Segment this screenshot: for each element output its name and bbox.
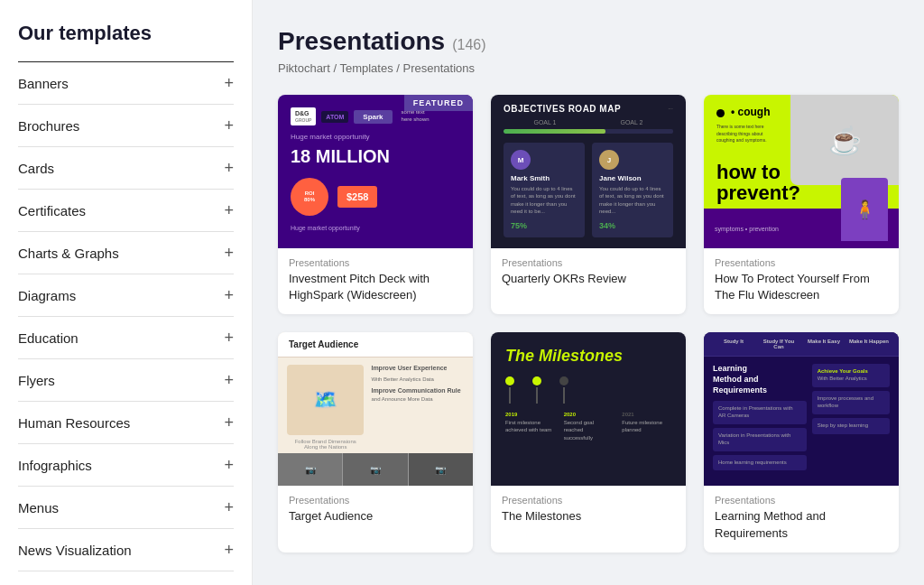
okrs-thumb: OBJECTIVES ROAD MAP ··· GOAL 1 GOAL 2: [491, 95, 686, 248]
stat-detail-2: and Announce More Data: [371, 396, 464, 404]
learning-item-1: Complete in Presentations with AR Camera…: [713, 401, 807, 424]
template-card-investment-pitch[interactable]: FEATURED D&GGROUP ATOM Spark some texthe…: [278, 95, 473, 314]
template-info-flu-prevention: Presentations How To Protect Yourself Fr…: [704, 248, 899, 314]
learning-right-item-2: Improve processes and workflow: [812, 391, 890, 414]
target-header: Target Audience: [278, 332, 473, 358]
learning-item-3: Home learning requirements: [713, 455, 807, 471]
expand-icon-flyers: +: [224, 372, 234, 388]
template-thumb-milestones: The Milestones: [491, 332, 686, 486]
sidebar-item-human-resources[interactable]: Human Resources +: [18, 402, 234, 444]
template-card-target-audience[interactable]: Target Audience 🗺️ Follow Brand Dimensio…: [278, 332, 473, 552]
template-name: Investment Pitch Deck with HighSpark (Wi…: [289, 271, 462, 303]
milestone-1-text: 2019First milestone achieved with team: [505, 411, 555, 441]
sidebar-item-education[interactable]: Education +: [18, 317, 234, 359]
sidebar-item-menus[interactable]: Menus +: [18, 487, 234, 529]
target-content: 🗺️ Follow Brand DimensionsAlong the Nati…: [278, 358, 473, 457]
template-card-flu-prevention[interactable]: ☕ • cough There is some text here descri…: [704, 95, 899, 314]
sidebar-item-diagrams[interactable]: Diagrams +: [18, 274, 234, 317]
flu-thumb: ☕ • cough There is some text here descri…: [704, 95, 899, 248]
template-name: How To Protect Yourself From The Flu Wid…: [715, 271, 888, 303]
target-stats: Improve User Experience With Better Anal…: [371, 365, 464, 450]
expand-icon-infographics: +: [224, 457, 234, 473]
template-thumb-quarterly-okrs: OBJECTIVES ROAD MAP ··· GOAL 1 GOAL 2: [491, 95, 686, 248]
template-info-quarterly-okrs: Presentations Quarterly OKRs Review: [491, 248, 686, 298]
sidebar-item-flyers[interactable]: Flyers +: [18, 359, 234, 402]
sidebar-item-charts-graphs[interactable]: Charts & Graphs +: [18, 232, 234, 274]
expand-icon-cards: +: [224, 160, 234, 176]
small-text: There is some text here describing thing…: [716, 124, 781, 144]
sidebar-item-certificates[interactable]: Certificates +: [18, 190, 234, 232]
sidebar-item-cards[interactable]: Cards +: [18, 147, 234, 190]
learning-header: Study It Study If You Can Make It Easy M…: [704, 332, 899, 357]
learning-title-text: LearningMethod andRequirements: [713, 364, 807, 395]
template-name: Learning Method and Requirements: [715, 508, 888, 541]
template-card-learning-method[interactable]: Study It Study If You Can Make It Easy M…: [704, 332, 899, 552]
timeline-col-2: [532, 376, 541, 404]
sidebar-item-banners[interactable]: Banners +: [18, 62, 234, 105]
dot-decoration: [716, 109, 725, 117]
timeline-col-1: [505, 376, 514, 404]
template-grid: FEATURED D&GGROUP ATOM Spark some texthe…: [278, 95, 899, 552]
template-info-target-audience: Presentations Target Audience: [278, 486, 473, 535]
template-card-quarterly-okrs[interactable]: OBJECTIVES ROAD MAP ··· GOAL 1 GOAL 2: [491, 95, 686, 314]
okrs-progress: [504, 129, 673, 134]
sidebar-title: Our templates: [18, 22, 234, 45]
expand-icon-certificates: +: [224, 202, 234, 218]
sidebar-item-brochures[interactable]: Brochures +: [18, 105, 234, 147]
template-category: Presentations: [502, 495, 675, 506]
target-caption: Follow Brand DimensionsAlong the Nations: [287, 439, 364, 450]
template-category: Presentations: [289, 257, 462, 268]
page-title-row: Presentations (146): [278, 27, 899, 56]
main-content: Presentations (146) Piktochart / Templat…: [253, 0, 924, 585]
sidebar-item-news-visualization[interactable]: News Visualization +: [18, 529, 234, 571]
page-count: (146): [452, 37, 485, 53]
template-thumb-flu-prevention: ☕ • cough There is some text here descri…: [704, 95, 899, 248]
page-title: Presentations: [278, 27, 445, 56]
sidebar: Our templates Banners + Brochures + Card…: [0, 0, 253, 585]
featured-badge: FEATURED: [404, 95, 473, 111]
template-name: The Milestones: [502, 508, 675, 525]
timeline-col-3: [559, 376, 568, 404]
expand-icon-hr: +: [224, 414, 234, 431]
mug-image: ☕: [790, 95, 899, 185]
learning-body: LearningMethod andRequirements Complete …: [704, 357, 899, 478]
cough-label: • cough: [731, 106, 771, 118]
expand-icon-diagrams: +: [224, 287, 234, 303]
expand-icon-education: +: [224, 330, 234, 346]
target-left: 🗺️ Follow Brand DimensionsAlong the Nati…: [287, 365, 364, 450]
template-thumb-learning-method: Study It Study If You Can Make It Easy M…: [704, 332, 899, 486]
milestones-title: The Milestones: [491, 332, 686, 373]
stat-detail-1: With Better Analytics Data: [371, 376, 464, 384]
learning-item-2: Variation in Presentations with Mics: [713, 428, 807, 451]
sidebar-item-infographics[interactable]: Infographics +: [18, 444, 234, 487]
template-card-milestones[interactable]: The Milestones: [491, 332, 686, 552]
template-info-milestones: Presentations The Milestones: [491, 486, 686, 535]
prevent-text: how toprevent?: [716, 162, 800, 203]
template-thumb-target-audience: Target Audience 🗺️ Follow Brand Dimensio…: [278, 332, 473, 486]
stat-row-1: Improve User Experience: [371, 365, 464, 371]
template-name: Target Audience: [289, 508, 462, 525]
template-category: Presentations: [715, 257, 888, 268]
okrs-header: OBJECTIVES ROAD MAP ···: [491, 95, 686, 117]
template-info-learning-method: Presentations Learning Method and Requir…: [704, 486, 899, 552]
bottom-image-strip: 📷 📷 📷: [278, 453, 473, 486]
milestone-3-text: 2021Future milestone planned: [622, 411, 671, 441]
breadcrumb: Piktochart / Templates / Presentations: [278, 61, 899, 75]
learning-right-item-1: Achieve Your Goals With Better Analytics: [812, 364, 890, 387]
learning-right-item-3: Step by step learning: [812, 418, 890, 434]
milestones-text-row: 2019First milestone achieved with team 2…: [491, 407, 686, 445]
target-thumb: Target Audience 🗺️ Follow Brand Dimensio…: [278, 332, 473, 486]
bottom-row: ROI80% $258: [278, 172, 473, 221]
expand-icon-news: +: [224, 542, 234, 558]
learning-thumb: Study It Study If You Can Make It Easy M…: [704, 332, 899, 486]
milestone-2-text: 2020Second goal reached successfully: [564, 411, 614, 441]
stat-row-2: Improve Communication Rule: [371, 387, 464, 394]
expand-icon-banners: +: [224, 75, 234, 91]
footer-text: Huge market opportunity: [278, 221, 473, 238]
expand-icon-charts: +: [224, 245, 234, 261]
template-info-investment-pitch: Presentations Investment Pitch Deck with…: [278, 248, 473, 314]
person-figure: 🧍: [841, 178, 888, 241]
template-name: Quarterly OKRs Review: [502, 271, 675, 287]
expand-icon-brochures: +: [224, 117, 234, 134]
learning-left: LearningMethod andRequirements Complete …: [713, 364, 807, 470]
